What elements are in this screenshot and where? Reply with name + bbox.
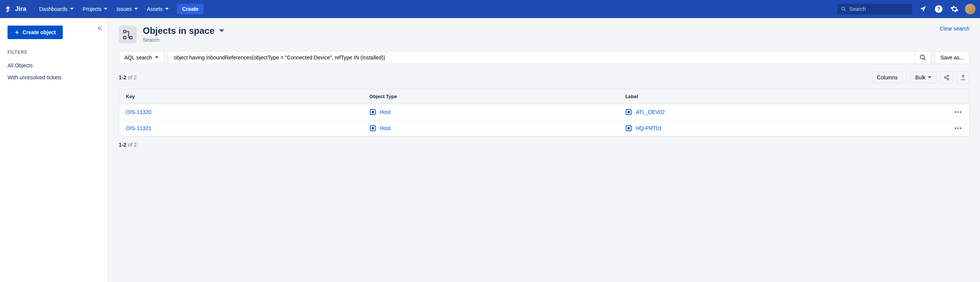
plus-icon [14, 30, 19, 35]
svg-point-12 [944, 77, 946, 78]
page-title[interactable]: Objects in space [143, 25, 940, 36]
object-type-link[interactable]: Host [380, 109, 391, 115]
jira-logo[interactable]: Jira [5, 5, 26, 13]
object-key-link[interactable]: OIS-11321 [126, 125, 151, 131]
upload-icon [960, 75, 966, 80]
help-icon[interactable]: ? [934, 4, 944, 14]
topnav-right: ? [837, 4, 975, 14]
settings-icon[interactable] [949, 4, 960, 14]
export-button[interactable] [957, 72, 969, 83]
notifications-icon[interactable] [918, 4, 928, 14]
svg-line-1 [844, 10, 846, 11]
jira-icon [5, 5, 13, 13]
aql-search-dropdown[interactable]: AQL search [119, 51, 164, 64]
main-content: Objects in space Search Clear search AQL… [108, 18, 980, 282]
brand-name: Jira [15, 5, 26, 13]
columns-button[interactable]: Columns [872, 72, 903, 83]
svg-rect-23 [628, 127, 630, 129]
table-row: OIS-11320HostATL_DEV02••• [119, 104, 969, 120]
clear-search-link[interactable]: Clear search [940, 25, 969, 32]
nav-assets[interactable]: Assets [143, 4, 172, 14]
svg-rect-19 [628, 111, 630, 113]
sidebar: Create object FILTERS All Objects With u… [0, 18, 108, 282]
run-search-button[interactable] [915, 51, 931, 64]
row-actions-menu[interactable]: ••• [948, 104, 969, 120]
chevron-down-icon [165, 8, 169, 10]
global-search[interactable] [837, 4, 912, 14]
object-type-icon [625, 125, 632, 132]
svg-point-13 [947, 78, 949, 80]
search-icon [841, 6, 846, 12]
page-header: Objects in space Search Clear search [119, 25, 969, 44]
object-label-link[interactable]: ATL_DEV02 [636, 109, 665, 115]
chevron-down-icon [104, 8, 107, 10]
share-button[interactable] [940, 72, 953, 83]
object-type-icon [369, 109, 376, 115]
svg-point-0 [842, 7, 845, 10]
collapse-sidebar-icon[interactable] [97, 25, 103, 32]
share-icon [943, 75, 950, 80]
svg-point-9 [920, 55, 924, 59]
create-object-button[interactable]: Create object [8, 25, 63, 39]
filter-unresolved[interactable]: With unresolved tickets [8, 72, 100, 83]
object-type-icon [625, 109, 632, 115]
nav-dashboards[interactable]: Dashboards [35, 4, 77, 14]
user-avatar[interactable] [965, 4, 975, 14]
object-key-link[interactable]: OIS-11320 [126, 109, 151, 115]
nav-projects[interactable]: Projects [79, 4, 111, 14]
search-row: AQL search Save as... [119, 51, 969, 64]
search-icon [920, 54, 926, 61]
svg-text:?: ? [937, 6, 940, 12]
filters-heading: FILTERS [8, 49, 100, 55]
bulk-button[interactable]: Bulk [910, 72, 936, 83]
col-label[interactable]: Label [619, 89, 948, 104]
page-subtitle: Search [143, 37, 940, 43]
svg-line-15 [946, 78, 948, 79]
save-as-button[interactable]: Save as... [935, 51, 969, 64]
svg-rect-21 [372, 127, 374, 129]
schema-icon [119, 25, 137, 44]
object-label-link[interactable]: HQ-PRT01 [636, 125, 662, 131]
svg-rect-6 [124, 30, 126, 33]
nav-issues[interactable]: Issues [113, 4, 141, 14]
results-table: Key Object Type Label OIS-11320HostATL_D… [119, 89, 969, 137]
svg-rect-7 [124, 37, 126, 39]
svg-line-14 [946, 76, 948, 77]
results-count-bottom: 1-2 of 2 [119, 142, 969, 148]
filter-all-objects[interactable]: All Objects [8, 59, 100, 72]
divider [906, 73, 907, 82]
object-type-link[interactable]: Host [380, 125, 391, 131]
aql-query-input[interactable] [168, 51, 914, 64]
top-nav: Jira Dashboards Projects Issues Assets C… [0, 0, 980, 18]
results-bar: 1-2 of 2 Columns Bulk [119, 72, 969, 83]
results-count-top: 1-2 of 2 [119, 75, 137, 80]
chevron-down-icon [134, 8, 138, 10]
object-type-icon [369, 125, 376, 132]
svg-rect-17 [372, 111, 374, 113]
chevron-down-icon [928, 76, 932, 78]
chevron-down-icon [219, 29, 224, 33]
svg-line-10 [924, 58, 926, 60]
col-type[interactable]: Object Type [363, 89, 619, 104]
svg-rect-8 [130, 37, 132, 39]
col-key[interactable]: Key [119, 89, 363, 104]
create-button[interactable]: Create [177, 4, 204, 14]
row-actions-menu[interactable]: ••• [948, 120, 969, 137]
nav-items: Dashboards Projects Issues Assets Create [35, 4, 204, 14]
table-row: OIS-11321HostHQ-PRT01••• [119, 120, 969, 137]
svg-point-11 [947, 75, 949, 76]
chevron-down-icon [70, 8, 74, 10]
chevron-down-icon [155, 56, 159, 59]
global-search-input[interactable] [849, 6, 908, 12]
